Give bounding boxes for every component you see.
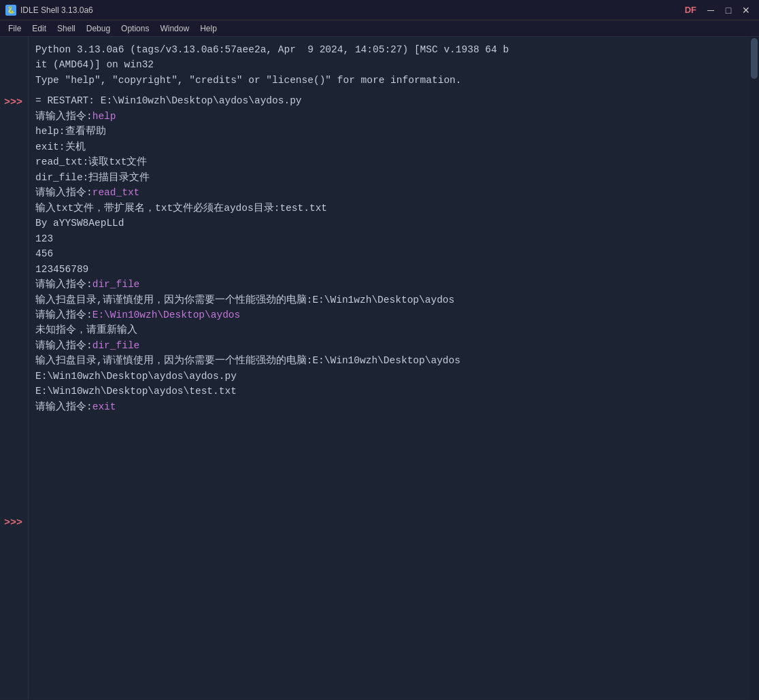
scrollbar[interactable] xyxy=(749,37,759,699)
app-icon: 🐍 xyxy=(5,5,16,16)
line-scan-prompt2: 输入扫盘目录,请谨慎使用，因为你需要一个性能强劲的电脑:E:\Win10wzh\… xyxy=(35,353,749,368)
line-456: 456 xyxy=(35,246,749,261)
minimize-button[interactable]: ─ xyxy=(703,3,718,18)
line-file1: E:\Win10wzh\Desktop\aydos\aydos.py xyxy=(35,369,749,384)
line-scan-prompt1: 输入扫盘目录,请谨慎使用，因为你需要一个性能强劲的电脑:E:\Win1wzh\D… xyxy=(35,293,749,307)
line-1: Python 3.13.0a6 (tags/v3.13.0a6:57aee2a,… xyxy=(35,42,749,57)
window-controls: DF ─ □ ✕ xyxy=(685,3,754,18)
df-label: DF xyxy=(685,5,696,15)
menu-options[interactable]: Options xyxy=(116,22,154,35)
prompt-top: >>> xyxy=(4,97,22,108)
gutter: >>> >>> xyxy=(0,37,29,699)
line-exit-desc: exit:关机 xyxy=(35,139,749,154)
line-input-exit: 请输入指令:exit xyxy=(35,399,749,414)
line-dir-desc: dir_file:扫描目录文件 xyxy=(35,170,749,185)
spacer-1 xyxy=(35,88,749,93)
line-read-desc: read_txt:读取txt文件 xyxy=(35,154,749,169)
line-3: Type "help", "copyright", "credits" or "… xyxy=(35,73,749,88)
close-button[interactable]: ✕ xyxy=(739,3,754,18)
line-123: 123 xyxy=(35,231,749,246)
menu-window[interactable]: Window xyxy=(154,22,195,35)
line-input-dir1: 请输入指令:dir_file xyxy=(35,277,749,292)
title-bar: 🐍 IDLE Shell 3.13.0a6 DF ─ □ ✕ xyxy=(0,0,759,20)
shell-content[interactable]: Python 3.13.0a6 (tags/v3.13.0a6:57aee2a,… xyxy=(29,37,749,699)
line-restart: = RESTART: E:\Win10wzh\Desktop\aydos\ayd… xyxy=(35,93,749,108)
line-help-desc: help:查看帮助 xyxy=(35,124,749,139)
line-input-dir2: 请输入指令:dir_file xyxy=(35,338,749,353)
menu-bar: File Edit Shell Debug Options Window Hel… xyxy=(0,20,759,37)
menu-shell[interactable]: Shell xyxy=(52,22,81,35)
title-bar-left: 🐍 IDLE Shell 3.13.0a6 xyxy=(5,5,93,16)
maximize-button[interactable]: □ xyxy=(721,3,736,18)
menu-edit[interactable]: Edit xyxy=(27,22,52,35)
menu-file[interactable]: File xyxy=(3,22,27,35)
menu-help[interactable]: Help xyxy=(195,22,222,35)
line-unknown: 未知指令，请重新输入 xyxy=(35,322,749,337)
scrollbar-thumb[interactable] xyxy=(751,38,758,79)
line-file2: E:\Win10wzh\Desktop\aydos\test.txt xyxy=(35,384,749,399)
line-2: it (AMD64)] on win32 xyxy=(35,57,749,72)
line-input-help: 请输入指令:help xyxy=(35,109,749,124)
line-123456789: 123456789 xyxy=(35,262,749,277)
line-input-read: 请输入指令:read_txt xyxy=(35,185,749,200)
line-by: By aYYSW8AepLLd xyxy=(35,216,749,231)
line-input-wrong: 请输入指令:E:\Win10wzh\Desktop\aydos xyxy=(35,307,749,322)
menu-debug[interactable]: Debug xyxy=(81,22,116,35)
prompt-bottom: >>> xyxy=(4,517,22,529)
window-title: IDLE Shell 3.13.0a6 xyxy=(20,5,93,15)
line-txt-prompt: 输入txt文件，带扩展名，txt文件必须在aydos目录:test.txt xyxy=(35,201,749,216)
shell-container: >>> >>> Python 3.13.0a6 (tags/v3.13.0a6:… xyxy=(0,37,759,699)
